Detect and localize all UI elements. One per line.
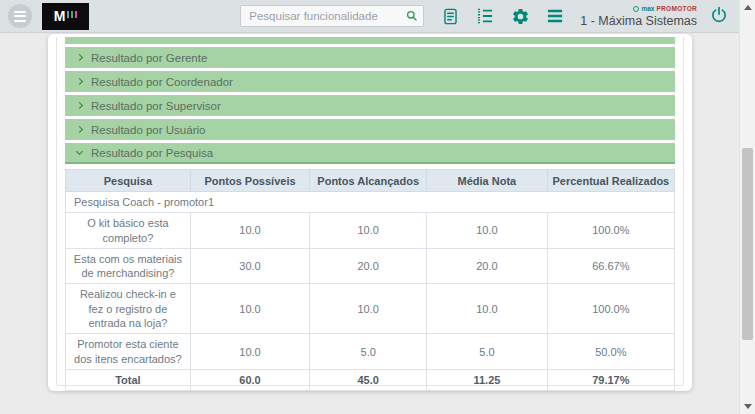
chevron-right-icon [76,126,83,133]
total-row: Total 60.0 45.0 11.25 79.17% [66,369,675,390]
total-percentual: 79.17% [547,369,674,390]
cell-pontos-alcancados: 10.0 [310,284,427,334]
menu-list-button[interactable] [544,5,566,27]
report-button[interactable] [439,5,461,27]
ordered-list-button[interactable] [474,5,496,27]
content-card: Resultado por Gerente Resultado por Coor… [48,34,692,391]
total-pontos-alcancados: 45.0 [310,369,427,390]
app-logo[interactable]: M [42,3,89,30]
header-icon-bar [439,5,566,27]
brand-circle-icon [633,6,639,12]
logo-tick-pink [75,11,77,18]
accordion-label: Resultado por Supervisor [91,100,221,112]
accordion-label: Resultado por Gerente [91,52,207,64]
chevron-down-icon [76,147,83,154]
column-header: Pesquisa [66,170,191,192]
cell-percentual: 50.0% [547,334,674,370]
scrollbar-thumb[interactable] [742,148,753,340]
table-row: O kit básico esta completo? 10.0 10.0 10… [66,213,675,249]
vertical-scrollbar[interactable] [739,0,755,414]
chevron-right-icon [76,78,83,85]
cell-pontos-possiveis: 10.0 [190,334,309,370]
cell-media-nota: 10.0 [427,213,548,249]
settings-button[interactable] [509,5,531,27]
column-header: Percentual Realizados [547,170,674,192]
table-header-row: Pesquisa Pontos Possíveis Pontos Alcança… [66,170,675,192]
accordion-label: Resultado por Pesquisa [91,147,213,159]
accordion-label: Resultado por Usuário [91,124,205,136]
brand-block: max PROMOTOR 1 - Máxima Sistemas [580,5,697,28]
brand-max-text: max [641,5,654,12]
logo-tick-blue [67,11,69,18]
logo-tick-green [71,11,73,18]
menu-button[interactable] [8,4,32,28]
logout-button[interactable] [708,5,730,27]
cell-pesquisa: Esta com os materiais de merchandising? [66,248,191,284]
table-row: Realizou check-in e fez o registro de en… [66,284,675,334]
scroll-down-arrow-icon[interactable] [744,404,752,409]
cell-pontos-alcancados: 20.0 [310,248,427,284]
cell-percentual: 100.0% [547,213,674,249]
cell-percentual: 100.0% [547,284,674,334]
cell-percentual: 66.67% [547,248,674,284]
group-row: Pesquisa Coach - promotor1 [66,192,675,213]
total-pontos-possiveis: 60.0 [190,369,309,390]
cell-pontos-alcancados: 5.0 [310,334,427,370]
cell-media-nota: 20.0 [427,248,548,284]
search-input[interactable] [240,5,424,27]
cell-pontos-possiveis: 10.0 [190,213,309,249]
accordion-label: Resultado por Coordenador [91,76,233,88]
cell-pesquisa: Promotor esta ciente dos itens encartado… [66,334,191,370]
scroll-up-arrow-icon[interactable] [744,5,752,10]
group-label: Pesquisa Coach - promotor1 [66,192,675,213]
accordion-resultado-coordenador[interactable]: Resultado por Coordenador [65,71,675,92]
accordion-partial-bar[interactable] [65,37,675,44]
search-icon[interactable] [405,9,419,23]
total-label: Total [66,369,191,390]
cell-pesquisa: O kit básico esta completo? [66,213,191,249]
cell-pesquisa: Realizou check-in e fez o registro de en… [66,284,191,334]
accordion-resultado-supervisor[interactable]: Resultado por Supervisor [65,95,675,116]
results-table-area: Pesquisa Pontos Possíveis Pontos Alcança… [65,169,675,391]
ordered-list-icon [475,6,495,26]
table-row: Esta com os materiais de merchandising? … [66,248,675,284]
accordion-resultado-usuario[interactable]: Resultado por Usuário [65,119,675,140]
cell-pontos-possiveis: 10.0 [190,284,309,334]
gear-icon [511,7,530,26]
cell-media-nota: 5.0 [427,334,548,370]
column-header: Pontos Alcançados [310,170,427,192]
total-media-nota: 11.25 [427,369,548,390]
accordion-panel: Resultado por Gerente Resultado por Coor… [56,37,684,386]
company-label: 1 - Máxima Sistemas [580,14,697,28]
list-icon [545,6,565,26]
table-row: Promotor esta ciente dos itens encartado… [66,334,675,370]
column-header: Média Nota [427,170,548,192]
brand-promotor-text: PROMOTOR [656,5,697,12]
power-icon [709,5,729,25]
cell-media-nota: 10.0 [427,284,548,334]
search [240,5,424,27]
results-table: Pesquisa Pontos Possíveis Pontos Alcança… [65,169,675,391]
accordion-resultado-pesquisa[interactable]: Resultado por Pesquisa [65,143,675,164]
chevron-right-icon [76,102,83,109]
accordion-resultado-gerente[interactable]: Resultado por Gerente [65,47,675,68]
chevron-right-icon [76,54,83,61]
column-header: Pontos Possíveis [190,170,309,192]
cell-pontos-possiveis: 30.0 [190,248,309,284]
cell-pontos-alcancados: 10.0 [310,213,427,249]
logo-letter: M [54,8,66,24]
top-header: M [0,0,739,33]
report-icon [441,7,460,26]
maxpromotor-logo: max PROMOTOR [633,5,697,13]
